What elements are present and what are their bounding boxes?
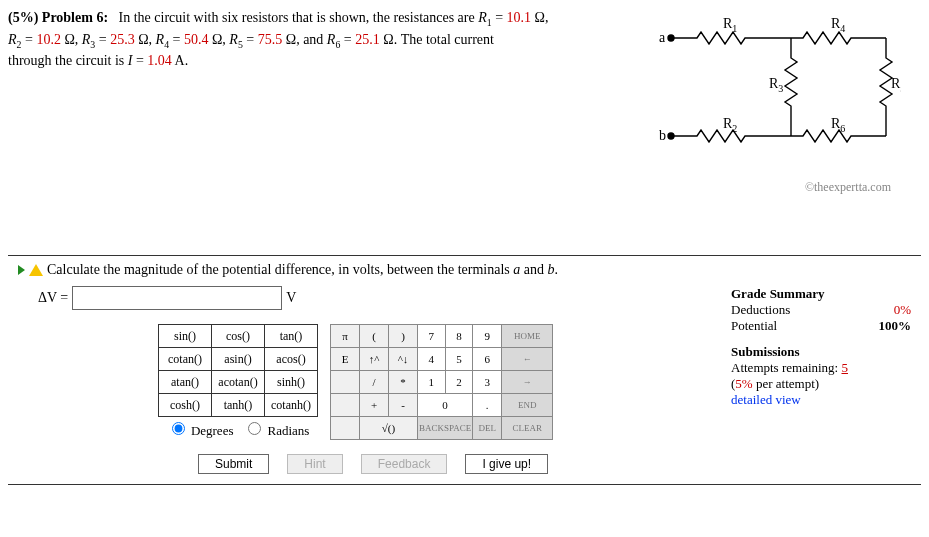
svg-text:R3: R3	[769, 76, 783, 94]
r4-value: 50.4	[184, 32, 209, 47]
copyright-text: ©theexpertta.com	[641, 180, 891, 195]
fn-cotan[interactable]: cotan()	[159, 348, 212, 371]
attempts-value: 5	[841, 360, 848, 375]
fn-acotan[interactable]: acotan()	[212, 371, 265, 394]
fn-cosh[interactable]: cosh()	[159, 394, 212, 417]
mode-radians[interactable]: Radians	[243, 423, 309, 438]
key-left[interactable]: ←	[502, 348, 553, 371]
key-blank	[331, 371, 360, 394]
grade-summary-panel: Grade Summary Deductions 0% Potential 10…	[731, 262, 911, 474]
fn-cos[interactable]: cos()	[212, 325, 265, 348]
svg-text:R1: R1	[723, 16, 737, 34]
key-home[interactable]: HOME	[502, 325, 553, 348]
fn-sin[interactable]: sin()	[159, 325, 212, 348]
key-lparen[interactable]: (	[360, 325, 389, 348]
key-5[interactable]: 5	[445, 348, 473, 371]
problem-statement: (5%) Problem 6: In the circuit with six …	[8, 8, 621, 71]
key-e[interactable]: E	[331, 348, 360, 371]
grade-summary-title: Grade Summary	[731, 286, 911, 302]
r5-value: 75.5	[258, 32, 283, 47]
r1-value: 10.1	[507, 10, 532, 25]
fn-sinh[interactable]: sinh()	[265, 371, 318, 394]
key-minus[interactable]: -	[389, 394, 418, 417]
problem-weight: (5%) Problem 6:	[8, 10, 108, 25]
key-sub[interactable]: ^↓	[389, 348, 418, 371]
answer-unit: V	[286, 290, 296, 306]
penalty-value: 5%	[735, 376, 752, 391]
key-4[interactable]: 4	[418, 348, 446, 371]
problem-intro: In the circuit with six resistors that i…	[119, 10, 475, 25]
fn-cotanh[interactable]: cotanh()	[265, 394, 318, 417]
r2-value: 10.2	[36, 32, 61, 47]
key-dot[interactable]: .	[473, 394, 502, 417]
submissions-title: Submissions	[731, 344, 911, 360]
deductions-value: 0%	[894, 302, 911, 318]
fn-tan[interactable]: tan()	[265, 325, 318, 348]
key-6[interactable]: 6	[473, 348, 502, 371]
key-rparen[interactable]: )	[389, 325, 418, 348]
key-clear[interactable]: CLEAR	[502, 417, 553, 440]
key-right[interactable]: →	[502, 371, 553, 394]
r6-value: 25.1	[355, 32, 380, 47]
fn-acos[interactable]: acos()	[265, 348, 318, 371]
number-pad: π ( ) 7 8 9 HOME E ↑^ ^↓ 4 5 6 ←	[330, 324, 553, 440]
fn-tanh[interactable]: tanh()	[212, 394, 265, 417]
svg-text:b: b	[659, 128, 666, 143]
detailed-view-link[interactable]: detailed view	[731, 392, 911, 408]
svg-text:R5: R5	[891, 76, 901, 94]
svg-text:R4: R4	[831, 16, 845, 34]
potential-label: Potential	[731, 318, 777, 334]
deductions-label: Deductions	[731, 302, 790, 318]
key-blank3	[331, 417, 360, 440]
answer-prefix: ΔV =	[38, 290, 68, 306]
answer-input[interactable]	[72, 286, 282, 310]
part-expand-icon[interactable]	[18, 265, 25, 275]
key-sup[interactable]: ↑^	[360, 348, 389, 371]
feedback-button[interactable]: Feedback	[361, 454, 448, 474]
circuit-diagram: a b R1 R4 R3 R5 R2 R6	[651, 8, 901, 168]
key-div[interactable]: /	[360, 371, 389, 394]
fn-atan[interactable]: atan()	[159, 371, 212, 394]
svg-text:a: a	[659, 30, 666, 45]
key-backspace[interactable]: BACKSPACE	[418, 417, 473, 440]
mode-degrees[interactable]: Degrees	[167, 423, 237, 438]
key-blank2	[331, 394, 360, 417]
hint-button[interactable]: Hint	[287, 454, 342, 474]
key-8[interactable]: 8	[445, 325, 473, 348]
key-3[interactable]: 3	[473, 371, 502, 394]
potential-value: 100%	[879, 318, 912, 334]
key-del[interactable]: DEL	[473, 417, 502, 440]
key-mul[interactable]: *	[389, 371, 418, 394]
question-text: Calculate the magnitude of the potential…	[47, 262, 558, 278]
key-plus[interactable]: +	[360, 394, 389, 417]
submit-button[interactable]: Submit	[198, 454, 269, 474]
i-value: 1.04	[147, 53, 172, 68]
key-9[interactable]: 9	[473, 325, 502, 348]
fn-asin[interactable]: asin()	[212, 348, 265, 371]
key-0[interactable]: 0	[418, 394, 473, 417]
key-7[interactable]: 7	[418, 325, 446, 348]
attempts-label: Attempts remaining:	[731, 360, 838, 375]
key-2[interactable]: 2	[445, 371, 473, 394]
svg-text:R2: R2	[723, 116, 737, 134]
key-end[interactable]: END	[502, 394, 553, 417]
key-pi[interactable]: π	[331, 325, 360, 348]
giveup-button[interactable]: I give up!	[465, 454, 548, 474]
warning-icon	[29, 264, 43, 276]
function-pad: sin() cos() tan() cotan() asin() acos() …	[158, 324, 318, 417]
r3-value: 25.3	[110, 32, 135, 47]
key-sqrt[interactable]: √()	[360, 417, 418, 440]
key-1[interactable]: 1	[418, 371, 446, 394]
